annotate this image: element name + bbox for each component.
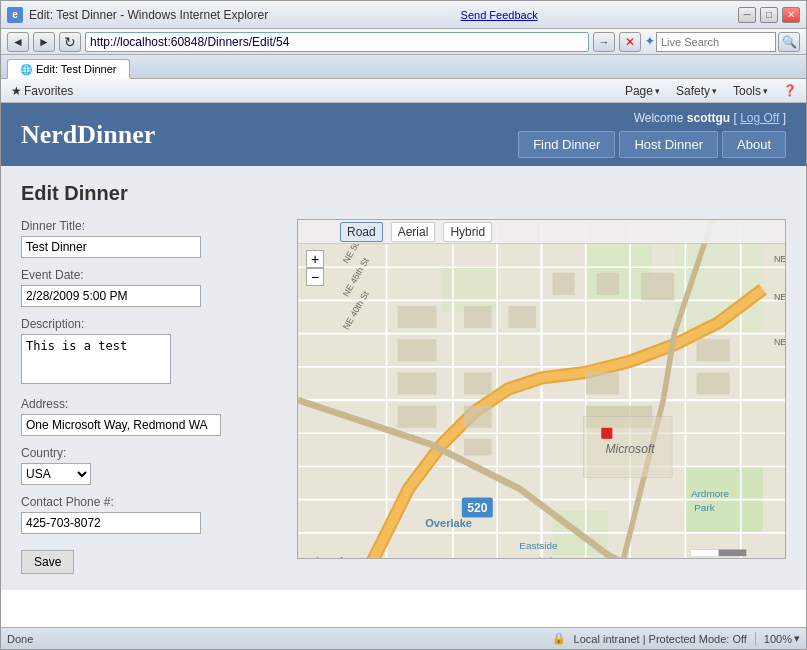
description-textarea[interactable]: This is a test bbox=[21, 334, 171, 384]
about-button[interactable]: About bbox=[722, 131, 786, 158]
svg-rect-28 bbox=[398, 406, 437, 428]
svg-rect-30 bbox=[508, 306, 536, 328]
status-text: Done bbox=[7, 633, 33, 645]
zoom-out-button[interactable]: − bbox=[306, 268, 324, 286]
svg-rect-34 bbox=[696, 339, 729, 361]
svg-rect-35 bbox=[696, 372, 729, 394]
zone-text: Local intranet | Protected Mode: Off bbox=[574, 633, 747, 645]
search-input[interactable] bbox=[656, 32, 776, 52]
map-container[interactable]: Road Aerial Hybrid + − bbox=[297, 219, 786, 559]
forward-button[interactable]: ► bbox=[33, 32, 55, 52]
tab-bar: 🌐 Edit: Test Dinner bbox=[1, 55, 806, 79]
page-label: Page bbox=[625, 84, 653, 98]
dinner-title-label: Dinner Title: bbox=[21, 219, 281, 233]
svg-rect-26 bbox=[398, 339, 437, 361]
tools-menu[interactable]: Tools ▾ bbox=[729, 81, 772, 101]
active-tab[interactable]: 🌐 Edit: Test Dinner bbox=[7, 59, 130, 79]
favorites-menu[interactable]: ★ Favorites bbox=[7, 81, 77, 101]
map-road-button[interactable]: Road bbox=[340, 222, 383, 242]
svg-text:NE 35th St: NE 35th St bbox=[774, 337, 785, 347]
minimize-button[interactable]: ─ bbox=[738, 7, 756, 23]
map-aerial-button[interactable]: Aerial bbox=[391, 222, 436, 242]
page-menu[interactable]: Page ▾ bbox=[621, 81, 664, 101]
tab-label: Edit: Test Dinner bbox=[36, 63, 117, 75]
security-icon: 🔒 bbox=[552, 632, 566, 645]
address-group: Address: bbox=[21, 397, 281, 436]
favorites-label: Favorites bbox=[24, 84, 73, 98]
svg-text:NE 40th St: NE 40th St bbox=[774, 254, 785, 264]
svg-rect-3 bbox=[442, 267, 497, 311]
form-panel: Dinner Title: Event Date: Description: T… bbox=[21, 219, 281, 574]
map-panel: Road Aerial Hybrid + − bbox=[297, 219, 786, 574]
map-hybrid-button[interactable]: Hybrid bbox=[443, 222, 492, 242]
map-svg: 520 bbox=[298, 220, 785, 558]
stop-button[interactable]: ✕ bbox=[619, 32, 641, 52]
event-date-input[interactable] bbox=[21, 285, 201, 307]
command-bar: ★ Favorites Page ▾ Safety ▾ Tools ▾ ❓ bbox=[1, 79, 806, 103]
event-date-label: Event Date: bbox=[21, 268, 281, 282]
zoom-in-button[interactable]: + bbox=[306, 250, 324, 268]
address-input[interactable] bbox=[21, 414, 221, 436]
help-button[interactable]: ❓ bbox=[780, 81, 800, 101]
svg-rect-29 bbox=[464, 306, 492, 328]
logoff-link[interactable]: Log Off bbox=[740, 111, 779, 125]
contact-phone-label: Contact Phone #: bbox=[21, 495, 281, 509]
safety-arrow-icon: ▾ bbox=[712, 86, 717, 96]
page-arrow-icon: ▾ bbox=[655, 86, 660, 96]
edit-layout: Dinner Title: Event Date: Description: T… bbox=[21, 219, 786, 574]
favorites-star-icon: ★ bbox=[11, 84, 22, 98]
title-bar-left: e Edit: Test Dinner - Windows Internet E… bbox=[7, 7, 268, 23]
country-group: Country: USA Canada UK Australia bbox=[21, 446, 281, 485]
find-dinner-button[interactable]: Find Dinner bbox=[518, 131, 615, 158]
zoom-control[interactable]: 100% ▾ bbox=[764, 632, 800, 645]
country-select[interactable]: USA Canada UK Australia bbox=[21, 463, 91, 485]
address-bar[interactable]: http://localhost:60848/Dinners/Edit/54 bbox=[85, 32, 589, 52]
safety-menu[interactable]: Safety ▾ bbox=[672, 81, 721, 101]
browser-icon: e bbox=[7, 7, 23, 23]
svg-rect-36 bbox=[586, 372, 619, 394]
welcome-message: Welcome scottgu [ Log Off ] bbox=[634, 111, 786, 125]
svg-text:520: 520 bbox=[467, 501, 488, 515]
svg-text:Microsoft: Microsoft bbox=[309, 556, 345, 558]
maximize-button[interactable]: □ bbox=[760, 7, 778, 23]
back-button[interactable]: ◄ bbox=[7, 32, 29, 52]
svg-text:Eastside: Eastside bbox=[519, 540, 558, 551]
page-content: NerdDinner Welcome scottgu [ Log Off ] F… bbox=[1, 103, 806, 627]
window-controls: ─ □ ✕ bbox=[738, 7, 800, 23]
svg-rect-58 bbox=[691, 549, 719, 556]
search-area: ✦ 🔍 bbox=[645, 32, 800, 52]
svg-rect-44 bbox=[601, 428, 612, 439]
tab-icon: 🌐 bbox=[20, 64, 32, 75]
app-header-right: Welcome scottgu [ Log Off ] Find Dinner … bbox=[518, 111, 786, 158]
country-label: Country: bbox=[21, 446, 281, 460]
svg-rect-39 bbox=[464, 372, 492, 394]
svg-rect-32 bbox=[597, 273, 619, 295]
host-dinner-button[interactable]: Host Dinner bbox=[619, 131, 718, 158]
contact-phone-group: Contact Phone #: bbox=[21, 495, 281, 534]
page-title: Edit Dinner bbox=[21, 182, 786, 205]
svg-rect-41 bbox=[464, 439, 492, 456]
app-nav-buttons: Find Dinner Host Dinner About bbox=[518, 131, 786, 158]
browser-window: e Edit: Test Dinner - Windows Internet E… bbox=[0, 0, 807, 650]
contact-phone-input[interactable] bbox=[21, 512, 201, 534]
send-feedback-link[interactable]: Send Feedback bbox=[461, 9, 538, 21]
svg-rect-40 bbox=[464, 406, 492, 428]
app-body: Edit Dinner Dinner Title: Event Date: bbox=[1, 166, 806, 590]
description-label: Description: bbox=[21, 317, 281, 331]
save-button[interactable]: Save bbox=[21, 550, 74, 574]
username: scottgu bbox=[687, 111, 730, 125]
window-title: Edit: Test Dinner - Windows Internet Exp… bbox=[29, 8, 268, 22]
welcome-bracket-close: ] bbox=[783, 111, 786, 125]
zoom-arrow-icon: ▾ bbox=[794, 632, 800, 645]
go-button[interactable]: → bbox=[593, 32, 615, 52]
search-button[interactable]: 🔍 bbox=[778, 32, 800, 52]
close-button[interactable]: ✕ bbox=[782, 7, 800, 23]
address-label: Address: bbox=[21, 397, 281, 411]
svg-text:Ardmore: Ardmore bbox=[691, 488, 730, 499]
dinner-title-input[interactable] bbox=[21, 236, 201, 258]
title-bar: e Edit: Test Dinner - Windows Internet E… bbox=[1, 1, 806, 29]
refresh-button[interactable]: ↻ bbox=[59, 32, 81, 52]
navigation-toolbar: ◄ ► ↻ http://localhost:60848/Dinners/Edi… bbox=[1, 29, 806, 55]
svg-text:Overlake: Overlake bbox=[425, 517, 472, 529]
svg-rect-33 bbox=[641, 273, 674, 301]
